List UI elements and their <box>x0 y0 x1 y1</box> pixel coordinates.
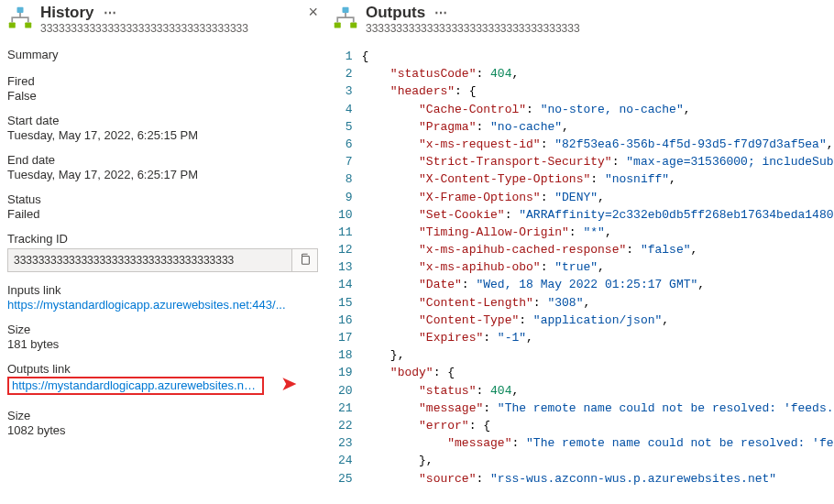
copy-icon <box>299 253 312 268</box>
fired-label: Fired <box>7 74 318 88</box>
svg-rect-3 <box>302 256 309 264</box>
inputs-size-value: 181 bytes <box>7 337 318 351</box>
svg-rect-1 <box>9 22 16 27</box>
json-editor[interactable]: 1234567891011121314151617181920212223242… <box>333 48 834 488</box>
outputs-size-label: Size <box>7 409 318 422</box>
json-code: { "statusCode": 404, "headers": { "Cache… <box>362 48 834 488</box>
svg-rect-2 <box>25 22 31 27</box>
tracking-id-box <box>7 248 318 272</box>
inputs-link-label: Inputs link <box>7 283 318 297</box>
copy-tracking-id-button[interactable] <box>291 249 317 271</box>
svg-rect-6 <box>350 22 357 27</box>
close-button[interactable]: × <box>308 4 318 20</box>
outputs-panel: Outputs ⋯ 333333333333333333333333333333… <box>325 0 834 504</box>
svg-rect-0 <box>17 7 24 13</box>
outputs-link-label: Outputs link <box>7 362 318 376</box>
workflow-icon <box>333 5 358 31</box>
history-panel: × History ⋯ 3333333333333333333333333333… <box>0 0 325 504</box>
outputs-title: Outputs <box>366 4 425 22</box>
start-date-label: Start date <box>7 114 318 127</box>
summary-heading: Summary <box>7 48 318 61</box>
outputs-size-value: 1082 bytes <box>7 423 318 437</box>
tracking-id-label: Tracking ID <box>7 232 318 246</box>
line-number-gutter: 1234567891011121314151617181920212223242… <box>333 48 362 488</box>
outputs-menu-button[interactable]: ⋯ <box>431 6 451 19</box>
start-date-value: Tuesday, May 17, 2022, 6:25:15 PM <box>7 128 318 142</box>
history-run-id: 3333333333333333333333333333333333 <box>40 22 318 35</box>
tracking-id-input[interactable] <box>8 252 291 268</box>
end-date-label: End date <box>7 153 318 167</box>
outputs-run-id: 33333333333333333333333333333333333 <box>366 22 834 35</box>
end-date-value: Tuesday, May 17, 2022, 6:25:17 PM <box>7 168 318 181</box>
workflow-icon <box>7 5 33 31</box>
svg-rect-4 <box>343 7 349 13</box>
svg-rect-5 <box>335 22 341 27</box>
history-header: History ⋯ 333333333333333333333333333333… <box>7 4 318 35</box>
status-value: Failed <box>7 207 318 221</box>
fired-value: False <box>7 89 318 103</box>
status-label: Status <box>7 192 318 206</box>
outputs-header: Outputs ⋯ 333333333333333333333333333333… <box>333 4 834 35</box>
outputs-link[interactable]: https://mystandardlogicapp.azurewebsites… <box>7 377 264 395</box>
history-title: History <box>40 4 94 22</box>
inputs-link[interactable]: https://mystandardlogicapp.azurewebsites… <box>7 298 318 312</box>
history-menu-button[interactable]: ⋯ <box>100 6 120 19</box>
inputs-size-label: Size <box>7 323 318 336</box>
highlight-arrow-icon: ➤ <box>280 374 297 394</box>
